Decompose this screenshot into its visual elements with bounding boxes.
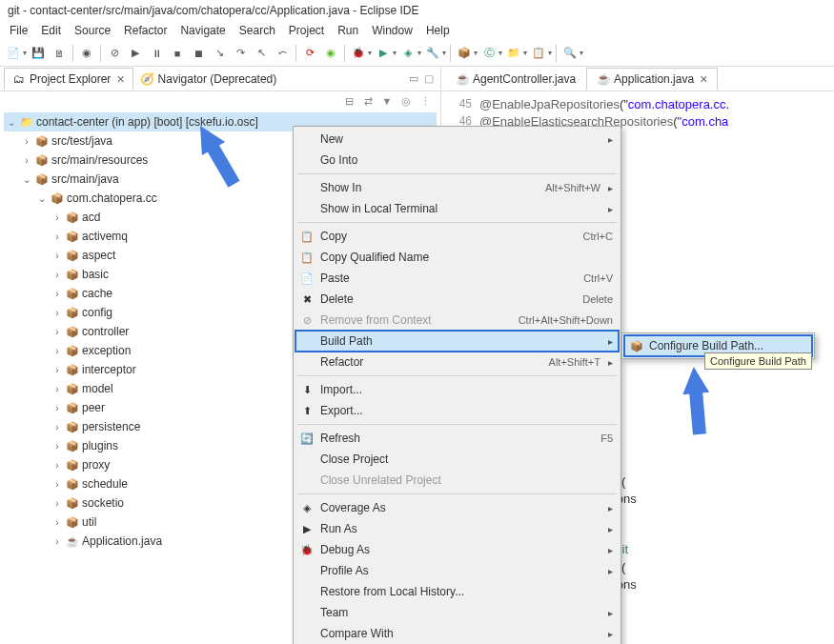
ctx-refresh[interactable]: 🔄RefreshF5 — [295, 428, 619, 449]
menu-source[interactable]: Source — [69, 22, 116, 39]
step-into-icon[interactable]: ↘ — [210, 44, 229, 63]
drop-frame-icon[interactable]: ⤺ — [273, 44, 292, 63]
tab-project-explorer[interactable]: 🗂 Project Explorer × — [4, 68, 133, 91]
new-pkg-icon[interactable]: 📦 — [455, 44, 474, 63]
ctx-restore-from-local-history-[interactable]: Restore from Local History... — [295, 581, 619, 602]
chevron-icon[interactable]: › — [19, 155, 34, 166]
chevron-icon[interactable]: › — [50, 384, 65, 394]
chevron-icon[interactable]: › — [50, 327, 65, 337]
ctx-export-[interactable]: ⬆Export... — [295, 400, 619, 421]
menu-edit[interactable]: Edit — [35, 22, 67, 39]
step-over-icon[interactable]: ↷ — [231, 44, 250, 63]
menu-navigate[interactable]: Navigate — [174, 22, 231, 39]
menu-file[interactable]: File — [4, 22, 33, 39]
coverage-icon[interactable]: ◈ — [398, 44, 417, 63]
search-icon[interactable]: 🔍 — [560, 44, 580, 63]
menu-help[interactable]: Help — [420, 22, 456, 39]
minimize-icon[interactable]: ▭ — [406, 71, 421, 87]
open-type-icon[interactable]: ◉ — [77, 44, 96, 63]
ctx-run-as[interactable]: ▶Run As▸ — [295, 518, 619, 539]
ctx-close-project[interactable]: Close Project — [295, 449, 619, 470]
chevron-icon[interactable]: › — [50, 346, 65, 356]
open-task-icon[interactable]: 📋 — [529, 44, 548, 63]
ctx-coverage-as[interactable]: ◈Coverage As▸ — [295, 497, 619, 518]
menu-search[interactable]: Search — [234, 22, 281, 39]
chevron-icon[interactable]: ⌄ — [19, 174, 34, 185]
tab-navigator[interactable]: 🧭 Navigator (Deprecated) — [133, 70, 285, 89]
new-folder-icon[interactable]: 📁 — [504, 44, 523, 63]
ctx-remove-from-context: ⊘Remove from ContextCtrl+Alt+Shift+Down — [295, 310, 619, 331]
chevron-icon[interactable]: › — [50, 403, 65, 413]
java-file-icon: ☕ — [597, 72, 610, 86]
ctx-compare-with[interactable]: Compare With▸ — [295, 623, 619, 644]
chevron-right-icon: ▸ — [608, 629, 613, 639]
maximize-icon[interactable]: ▢ — [421, 71, 437, 87]
ctx-profile-as[interactable]: Profile As▸ — [295, 560, 619, 581]
new-class-icon[interactable]: Ⓒ — [479, 44, 498, 63]
menu-project[interactable]: Project — [283, 22, 330, 39]
ctx-refactor[interactable]: RefactorAlt+Shift+T▸ — [295, 352, 619, 372]
ctx-build-path[interactable]: Build Path▸ — [295, 330, 620, 352]
run-icon[interactable]: ▶ — [374, 44, 393, 63]
chevron-icon[interactable]: › — [50, 289, 65, 299]
skip-bp-icon[interactable]: ⊘ — [105, 44, 124, 63]
ctx-copy-qualified-name[interactable]: 📋Copy Qualified Name — [295, 247, 619, 268]
chevron-icon[interactable]: › — [50, 251, 65, 261]
ctx-show-in[interactable]: Show InAlt+Shift+W▸ — [295, 177, 619, 198]
chevron-icon[interactable]: › — [50, 441, 65, 452]
chevron-icon[interactable]: › — [50, 308, 65, 318]
debug-icon[interactable]: 🐞 — [349, 44, 368, 63]
pause-icon[interactable]: ⏸ — [147, 44, 166, 63]
menu-refactor[interactable]: Refactor — [118, 22, 173, 39]
chevron-icon[interactable]: › — [50, 365, 65, 375]
step-return-icon[interactable]: ↖ — [252, 44, 271, 63]
resume-icon[interactable]: ▶ — [126, 44, 145, 63]
ctx-go-into[interactable]: Go Into — [295, 150, 619, 171]
link-editor-icon[interactable]: ⇄ — [360, 93, 376, 109]
disconnect-icon[interactable]: ⏹ — [189, 44, 208, 63]
chevron-icon[interactable]: › — [50, 231, 65, 242]
navigator-icon: 🧭 — [141, 72, 154, 86]
ctx-show-in-local-terminal[interactable]: Show in Local Terminal▸ — [295, 198, 619, 219]
tab-agent-controller[interactable]: ☕ AgentController.java — [445, 69, 586, 90]
chevron-icon[interactable]: › — [50, 517, 65, 528]
relaunch-icon[interactable]: ⟳ — [300, 44, 319, 63]
ctx-team[interactable]: Team▸ — [295, 602, 619, 623]
pkg-icon: 📦 — [65, 230, 80, 243]
chevron-icon[interactable]: › — [50, 498, 65, 509]
close-icon[interactable]: × — [700, 71, 707, 87]
chevron-icon[interactable]: › — [50, 422, 65, 433]
ext-tools-icon[interactable]: 🔧 — [423, 44, 442, 63]
collapse-all-icon[interactable]: ⊟ — [341, 93, 356, 109]
tab-application[interactable]: ☕ Application.java × — [586, 68, 718, 91]
chevron-icon[interactable]: › — [50, 460, 65, 471]
save-icon[interactable]: 💾 — [29, 44, 48, 63]
chevron-icon[interactable]: › — [19, 136, 34, 147]
ctx-delete[interactable]: ✖DeleteDelete — [295, 289, 619, 310]
view-menu-icon[interactable]: ⋮ — [417, 93, 433, 109]
save-all-icon[interactable]: 🗎 — [50, 44, 69, 63]
tooltip: Configure Build Path — [704, 352, 812, 370]
ctx-item-icon: ✖ — [299, 292, 315, 307]
filter-icon[interactable]: ▼ — [379, 93, 395, 109]
new-icon[interactable]: 📄 — [4, 44, 23, 63]
chevron-right-icon: ▸ — [608, 503, 613, 513]
chevron-down-icon[interactable]: ⌄ — [4, 117, 19, 128]
ctx-copy[interactable]: 📋CopyCtrl+C — [295, 226, 619, 247]
boot-dash-icon[interactable]: ◉ — [321, 44, 340, 63]
ctx-debug-as[interactable]: 🐞Debug As▸ — [295, 539, 619, 560]
chevron-icon[interactable]: ⌄ — [34, 193, 50, 204]
menu-window[interactable]: Window — [366, 22, 418, 39]
ctx-paste[interactable]: 📄PasteCtrl+V — [295, 268, 619, 289]
menu-run[interactable]: Run — [332, 22, 364, 39]
chevron-icon[interactable]: › — [50, 212, 65, 223]
ctx-new[interactable]: New▸ — [295, 129, 619, 150]
chevron-icon[interactable]: › — [50, 270, 65, 280]
chevron-icon[interactable]: › — [50, 479, 65, 490]
ctx-import-[interactable]: ⬇Import... — [295, 379, 619, 400]
focus-icon[interactable]: ◎ — [398, 93, 414, 109]
close-icon[interactable]: × — [116, 71, 124, 87]
chevron-right-icon: ▸ — [608, 357, 613, 368]
chevron-icon[interactable]: › — [50, 536, 65, 547]
stop-icon[interactable]: ■ — [168, 44, 187, 63]
